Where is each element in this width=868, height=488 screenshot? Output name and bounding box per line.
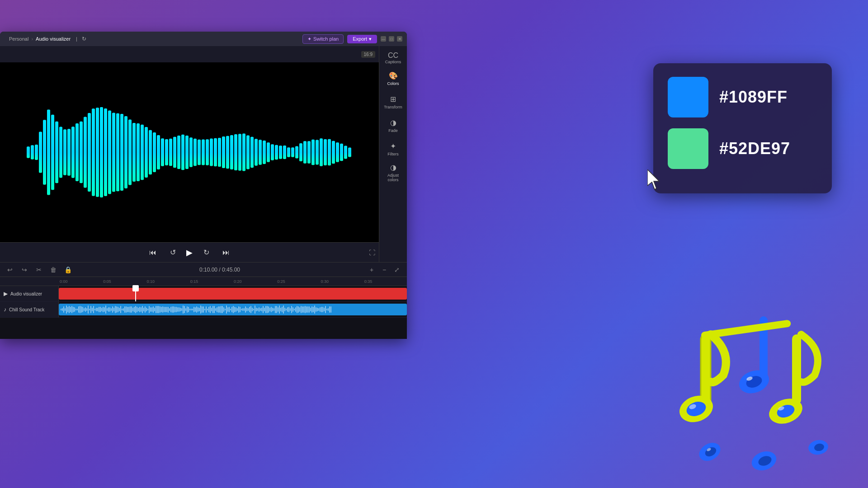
ruler-0:10: 0:10	[146, 279, 189, 284]
waveform-small	[59, 304, 407, 315]
ruler-0:30: 0:30	[320, 279, 363, 284]
zoom-out-button[interactable]: −	[379, 264, 390, 275]
playback-controls: ⏮ ↺ ▶ ↻ ⏭ ⛶	[0, 242, 379, 262]
undo-button[interactable]: ↩	[5, 264, 15, 275]
timeline-toolbar: ↩ ↪ ✂ 🗑 🔒 0:10.00 / 0:45.00 + − ⤢	[0, 263, 407, 277]
timeline-tracks: 0:00 0:05 0:10 0:15 0:20 0:25 0:30 0:35 …	[0, 277, 407, 339]
cursor-icon	[647, 169, 665, 192]
track-clip-blue[interactable]	[59, 304, 407, 315]
track-clip-red[interactable]	[59, 288, 407, 300]
fullscreen-button[interactable]: ⛶	[369, 249, 375, 256]
time-ruler: 0:00 0:05 0:10 0:15 0:20 0:25 0:30 0:35	[0, 277, 407, 286]
ruler-marks: 0:00 0:05 0:10 0:15 0:20 0:25 0:30 0:35	[59, 279, 407, 284]
export-label: Export	[353, 36, 367, 42]
rewind-button[interactable]: ↺	[166, 246, 179, 259]
timeline-area: ↩ ↪ ✂ 🗑 🔒 0:10.00 / 0:45.00 + − ⤢ 0:00 0…	[0, 262, 407, 339]
track-content-audio-visualizer[interactable]	[59, 286, 407, 301]
cut-button[interactable]: ✂	[33, 264, 44, 275]
colors-tool[interactable]: 🎨 Colors	[382, 68, 404, 89]
colors-tool-label: Colors	[387, 81, 399, 86]
fit-button[interactable]: ⤢	[392, 264, 402, 275]
ruler-0:25: 0:25	[276, 279, 320, 284]
lock-button[interactable]: 🔒	[62, 264, 73, 275]
color-hex-2: #52DE97	[719, 139, 790, 158]
switch-plan-button[interactable]: ✦ Switch plan	[302, 34, 344, 44]
aspect-ratio-badge: 16:9	[361, 51, 375, 58]
colors-icon: 🎨	[389, 71, 398, 80]
switch-plan-label: Switch plan	[313, 36, 339, 42]
transform-tool-label: Transform	[384, 105, 402, 109]
playhead-handle	[132, 285, 139, 291]
captions-icon: CC	[385, 52, 401, 60]
track-label-audio-visualizer: ▶ Audio visualizer	[0, 286, 59, 301]
svg-rect-9	[792, 334, 801, 404]
track-label-chill-sound: ♪ Chill Sound Track	[0, 302, 59, 317]
fast-forward-button[interactable]: ↻	[200, 246, 212, 259]
maximize-button[interactable]: □	[389, 36, 394, 42]
timeline-time-display: 0:10.00 / 0:45.00	[77, 267, 363, 273]
breadcrumb-separator: ›	[31, 36, 33, 42]
play-button[interactable]: ▶	[186, 248, 193, 258]
filters-icon: ✦	[390, 142, 396, 150]
track-row-chill-sound: ♪ Chill Sound Track	[0, 302, 407, 318]
zoom-in-button[interactable]: +	[366, 264, 377, 275]
track-icon-play: ▶	[4, 291, 8, 297]
color-row-2: #52DE97	[668, 128, 817, 169]
ruler-0:05: 0:05	[102, 279, 146, 284]
breadcrumb-current: Audio visualizer	[36, 36, 71, 42]
star-icon: ✦	[307, 36, 311, 42]
minimize-button[interactable]: —	[381, 36, 386, 42]
music-notes-svg	[674, 312, 854, 474]
header-actions: ✦ Switch plan Export ▾ — □ ✕	[302, 34, 402, 44]
svg-rect-1	[701, 334, 711, 407]
fade-icon: ◑	[390, 118, 396, 127]
color-hex-1: #1089FF	[719, 88, 788, 107]
window-controls: — □ ✕	[381, 36, 402, 42]
transform-tool[interactable]: ⊞ Transform	[382, 91, 404, 113]
adjust-colors-tool-label: Adjust colors	[382, 173, 404, 182]
breadcrumb: Personal › Audio visualizer | ↻	[5, 36, 302, 42]
colors-panel: #1089FF #52DE97	[653, 63, 832, 193]
ruler-0:20: 0:20	[233, 279, 276, 284]
preview-canvas	[0, 62, 379, 242]
fade-tool[interactable]: ◑ Fade	[382, 115, 404, 136]
redo-button[interactable]: ↪	[19, 264, 30, 275]
ruler-0:15: 0:15	[189, 279, 233, 284]
color-swatch-2[interactable]	[668, 128, 708, 169]
export-button[interactable]: Export ▾	[347, 35, 377, 43]
captions-label: CC Captions	[385, 52, 401, 64]
track-content-chill-sound[interactable]	[59, 302, 407, 317]
skip-back-button[interactable]: ⏮	[146, 246, 159, 259]
captions-tool[interactable]: CC Captions	[382, 50, 404, 66]
adjust-colors-icon: ◑	[390, 163, 396, 172]
fade-tool-label: Fade	[388, 128, 398, 133]
preview-toolbar: 16:9	[0, 46, 379, 62]
cursor	[647, 169, 665, 194]
track-icon-music: ♪	[4, 306, 6, 313]
preview-area: 16:9 ⏮ ↺ ▶ ↻ ⏭ ⛶	[0, 46, 379, 262]
playhead[interactable]	[135, 286, 136, 301]
editor-body: 16:9 ⏮ ↺ ▶ ↻ ⏭ ⛶ CC Captions	[0, 46, 407, 262]
skip-forward-button[interactable]: ⏭	[220, 246, 232, 259]
editor-window: Personal › Audio visualizer | ↻ ✦ Switch…	[0, 32, 407, 339]
close-button[interactable]: ✕	[397, 36, 402, 42]
breadcrumb-home: Personal	[9, 36, 28, 42]
sync-icon: ↻	[82, 36, 86, 42]
adjust-colors-tool[interactable]: ◑ Adjust colors	[382, 162, 404, 183]
delete-button[interactable]: 🗑	[48, 264, 59, 275]
ruler-0:35: 0:35	[363, 279, 407, 284]
edit-indicator: |	[76, 37, 77, 42]
music-notes-decoration	[674, 312, 854, 474]
track-name-chill-sound: Chill Sound Track	[9, 307, 44, 312]
color-swatch-1[interactable]	[668, 77, 708, 117]
filters-tool-label: Filters	[387, 152, 399, 156]
svg-rect-13	[701, 319, 791, 339]
timeline-zoom: + − ⤢	[366, 264, 402, 275]
svg-marker-0	[647, 169, 659, 189]
ruler-0:00: 0:00	[59, 279, 102, 284]
color-row-1: #1089FF	[668, 77, 817, 117]
transform-icon: ⊞	[390, 95, 396, 103]
filters-tool[interactable]: ✦ Filters	[382, 138, 404, 160]
right-sidebar: CC Captions 🎨 Colors ⊞ Transform ◑ Fade …	[379, 46, 407, 262]
track-row-audio-visualizer: ▶ Audio visualizer	[0, 286, 407, 302]
